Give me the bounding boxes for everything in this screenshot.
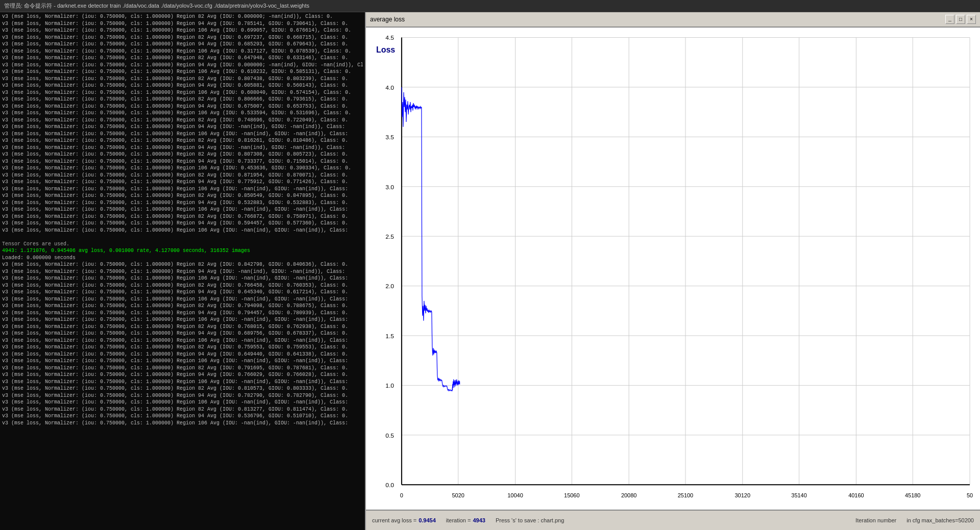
svg-text:3.0: 3.0 [385, 184, 394, 191]
iteration-number-label: Iteration number [855, 517, 896, 523]
title-bar: 管理员: 命令提示符 - darknet.exe detector train … [0, 0, 980, 12]
svg-text:4.0: 4.0 [385, 84, 394, 91]
terminal-line: v3 (mse loss, Normalizer: (iou: 0.750000… [2, 186, 363, 193]
main-content: v3 (mse loss, Normalizer: (iou: 0.750000… [0, 12, 980, 530]
svg-text:0: 0 [400, 492, 403, 498]
terminal-line: v3 (mse loss, Normalizer: (iou: 0.750000… [2, 20, 363, 28]
terminal-line: 4943: 1.171076, 0.945406 avg loss, 0.001… [2, 247, 363, 255]
terminal-line: v3 (mse loss, Normalizer: (iou: 0.750000… [2, 289, 363, 296]
terminal-line: v3 (mse loss, Normalizer: (iou: 0.750000… [2, 227, 363, 234]
svg-text:20080: 20080 [621, 492, 636, 498]
terminal-line: v3 (mse loss, Normalizer: (iou: 0.750000… [2, 103, 363, 110]
terminal-line: v3 (mse loss, Normalizer: (iou: 0.750000… [2, 117, 363, 124]
terminal-line: v3 (mse loss, Normalizer: (iou: 0.750000… [2, 206, 363, 213]
terminal-line: Loaded: 0.000000 seconds [2, 255, 363, 262]
terminal-line: v3 (mse loss, Normalizer: (iou: 0.750000… [2, 165, 363, 172]
terminal-line: v3 (mse loss, Normalizer: (iou: 0.750000… [2, 420, 363, 427]
terminal-line: v3 (mse loss, Normalizer: (iou: 0.750000… [2, 302, 363, 310]
terminal-line: v3 (mse loss, Normalizer: (iou: 0.750000… [2, 365, 363, 372]
svg-text:25100: 25100 [678, 492, 693, 498]
terminal-line: v3 (mse loss, Normalizer: (iou: 0.750000… [2, 48, 363, 55]
terminal-line: v3 (mse loss, Normalizer: (iou: 0.750000… [2, 192, 363, 199]
svg-text:45180: 45180 [905, 492, 920, 498]
terminal-line: v3 (mse loss, Normalizer: (iou: 0.750000… [2, 337, 363, 344]
minimize-button[interactable]: _ [945, 15, 954, 24]
terminal-line: v3 (mse loss, Normalizer: (iou: 0.750000… [2, 378, 363, 386]
terminal-line: v3 (mse loss, Normalizer: (iou: 0.750000… [2, 213, 363, 220]
terminal-line: v3 (mse loss, Normalizer: (iou: 0.750000… [2, 330, 363, 337]
cfg-max-item: in cfg max_batches=50200 [906, 517, 974, 523]
iteration-item: iteration = 4943 [446, 517, 485, 523]
terminal-line: v3 (mse loss, Normalizer: (iou: 0.750000… [2, 41, 363, 48]
chart-footer: current avg loss = 0.9454 iteration = 49… [366, 510, 980, 530]
terminal-line: v3 (mse loss, Normalizer: (iou: 0.750000… [2, 296, 363, 303]
svg-text:40160: 40160 [848, 492, 864, 498]
terminal-line: v3 (mse loss, Normalizer: (iou: 0.750000… [2, 406, 363, 413]
terminal-line: v3 (mse loss, Normalizer: (iou: 0.750000… [2, 179, 363, 186]
svg-text:1.0: 1.0 [385, 382, 394, 389]
terminal-line: v3 (mse loss, Normalizer: (iou: 0.750000… [2, 158, 363, 165]
terminal-line: v3 (mse loss, Normalizer: (iou: 0.750000… [2, 27, 363, 34]
terminal-line: v3 (mse loss, Normalizer: (iou: 0.750000… [2, 199, 363, 207]
terminal-panel: v3 (mse loss, Normalizer: (iou: 0.750000… [0, 12, 365, 530]
terminal-line: v3 (mse loss, Normalizer: (iou: 0.750000… [2, 137, 363, 144]
close-button[interactable]: × [967, 15, 976, 24]
terminal-line: v3 (mse loss, Normalizer: (iou: 0.750000… [2, 358, 363, 365]
press-s-item: Press 's' to save : chart.png [496, 517, 564, 523]
iteration-number-item: Iteration number [855, 517, 896, 523]
svg-text:2.0: 2.0 [385, 283, 394, 290]
terminal-line: v3 (mse loss, Normalizer: (iou: 0.750000… [2, 172, 363, 179]
svg-text:30120: 30120 [735, 492, 750, 498]
svg-text:3.5: 3.5 [385, 134, 394, 141]
chart-area: Loss 4.5 4.0 3.5 3.0 2.5 [366, 28, 980, 510]
chart-window: average loss _ □ × Loss 4.5 4.0 [365, 12, 980, 530]
terminal-line: v3 (mse loss, Normalizer: (iou: 0.750000… [2, 323, 363, 331]
terminal-line: v3 (mse loss, Normalizer: (iou: 0.750000… [2, 392, 363, 399]
press-s-label: Press 's' to save : chart.png [496, 517, 564, 523]
terminal-line: v3 (mse loss, Normalizer: (iou: 0.750000… [2, 131, 363, 138]
terminal-line: v3 (mse loss, Normalizer: (iou: 0.750000… [2, 110, 363, 117]
terminal-line: v3 (mse loss, Normalizer: (iou: 0.750000… [2, 151, 363, 158]
svg-text:35140: 35140 [791, 492, 806, 498]
terminal-line: v3 (mse loss, Normalizer: (iou: 0.750000… [2, 13, 363, 20]
terminal-line: v3 (mse loss, Normalizer: (iou: 0.750000… [2, 282, 363, 289]
terminal-line: v3 (mse loss, Normalizer: (iou: 0.750000… [2, 344, 363, 351]
terminal-line: v3 (mse loss, Normalizer: (iou: 0.750000… [2, 351, 363, 358]
svg-text:0.5: 0.5 [385, 432, 394, 439]
chart-title-bar: average loss _ □ × [366, 12, 980, 28]
terminal-line: Tensor Cores are used. [2, 241, 363, 248]
avg-loss-item: current avg loss = 0.9454 [372, 517, 436, 523]
terminal-line: v3 (mse loss, Normalizer: (iou: 0.750000… [2, 82, 363, 89]
svg-text:50: 50 [967, 492, 973, 498]
svg-text:1.5: 1.5 [385, 333, 394, 340]
terminal-line: v3 (mse loss, Normalizer: (iou: 0.750000… [2, 89, 363, 96]
svg-text:2.5: 2.5 [385, 233, 394, 240]
terminal-line: v3 (mse loss, Normalizer: (iou: 0.750000… [2, 399, 363, 406]
svg-text:0.0: 0.0 [385, 482, 394, 489]
svg-text:10040: 10040 [507, 492, 523, 498]
svg-text:15060: 15060 [564, 492, 579, 498]
terminal-line: v3 (mse loss, Normalizer: (iou: 0.750000… [2, 220, 363, 227]
svg-text:Loss: Loss [376, 45, 395, 54]
terminal-line: v3 (mse loss, Normalizer: (iou: 0.750000… [2, 34, 363, 41]
terminal-line: v3 (mse loss, Normalizer: (iou: 0.750000… [2, 385, 363, 392]
iteration-value: 4943 [473, 517, 485, 523]
chart-svg: Loss 4.5 4.0 3.5 3.0 2.5 [366, 28, 980, 510]
terminal-line: v3 (mse loss, Normalizer: (iou: 0.750000… [2, 310, 363, 317]
terminal-line: v3 (mse loss, Normalizer: (iou: 0.750000… [2, 75, 363, 83]
avg-loss-value: 0.9454 [419, 517, 436, 523]
terminal-line: v3 (mse loss, Normalizer: (iou: 0.750000… [2, 371, 363, 378]
cfg-max-label: in cfg max_batches=50200 [906, 517, 974, 523]
maximize-button[interactable]: □ [956, 15, 965, 24]
chart-title-text: average loss [370, 16, 944, 23]
svg-text:5020: 5020 [452, 492, 464, 498]
title-bar-text: 管理员: 命令提示符 - darknet.exe detector train … [4, 2, 309, 10]
svg-text:4.5: 4.5 [385, 34, 394, 41]
terminal-line: v3 (mse loss, Normalizer: (iou: 0.750000… [2, 413, 363, 420]
terminal-line: v3 (mse loss, Normalizer: (iou: 0.750000… [2, 144, 363, 152]
terminal-line: v3 (mse loss, Normalizer: (iou: 0.750000… [2, 68, 363, 75]
terminal-line: v3 (mse loss, Normalizer: (iou: 0.750000… [2, 261, 363, 268]
terminal-line: v3 (mse loss, Normalizer: (iou: 0.750000… [2, 55, 363, 62]
iteration-label: iteration = [446, 517, 471, 523]
avg-loss-label: current avg loss = [372, 517, 416, 523]
